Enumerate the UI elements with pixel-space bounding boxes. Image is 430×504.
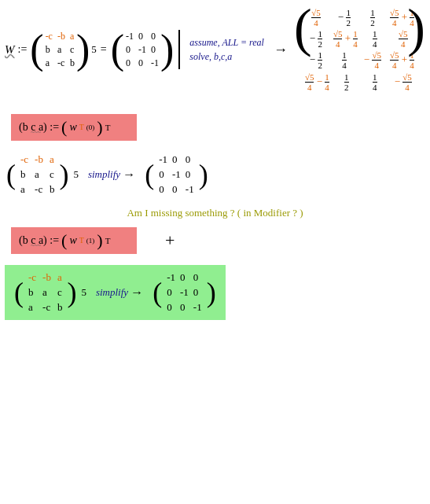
power-5: 5 [91,43,97,56]
r-0-0: -1 [126,31,134,42]
top-section: W := ( -c -b a b a c a -c b ) 5 = ( -1 0… [0,0,430,94]
s1-0-1: -b [35,153,43,166]
s2-2-2: b [57,301,63,314]
result-big-paren-right: ) [407,6,425,49]
simplify-section-1: ( -c -b a b a c a -c b ) 5 simplify → ( … [0,149,430,200]
s2-paren-l: ( [14,280,24,305]
s2-simplify-block: simplify → [96,285,143,300]
rr2-c2: √54 + 14 [333,29,358,49]
s2-r-0-0: -1 [167,271,175,284]
r-2-0: 0 [126,57,134,69]
s1-paren-l: ( [6,162,16,187]
s1-matrix: -c -b a b a c a -c b [20,153,54,196]
s1-r-0-2: 0 [186,153,194,166]
pink-section-1: (b c ~~~ a) := ( w T (0) ) T [0,106,430,145]
s2-result: -1 0 0 0 -1 0 0 0 -1 [167,271,202,314]
result-matrix: ( √54 − 12 12 √54 + 14 − 12 √54 + 14 14 … [296,6,414,94]
s2-arrow: → [130,285,143,300]
cell-0-1: -b [57,31,65,42]
s2-r-2-1: 0 [180,301,189,314]
matrix-paren-right: ) [76,32,90,67]
pink-label-1: (b c ~~~ a) := [19,121,59,134]
s2-r-1-2: 0 [193,286,202,299]
wt-w-1: w [69,121,76,134]
r-2-2: -1 [151,57,159,69]
rr4-c3: 14 [364,72,386,92]
rr3-c3: − √54 [362,50,384,70]
wt-paren-right-2: ) [97,232,102,249]
assign-symbol: := [18,43,28,56]
rr3-c2: 14 [333,50,355,70]
simplify-section-2: ( -c -b a b a c a -c b ) 5 simplify → ( … [5,265,226,320]
lhs-expression: W := ( -c -b a b a c a -c b ) 5 = ( -1 0… [5,31,174,69]
rr1-c3: 12 [362,8,384,28]
s2-res-paren-r: ) [207,280,216,305]
s2-r-2-0: 0 [167,301,175,314]
s1-2-2: b [50,183,55,196]
result-row-2: − 12 √54 + 14 14 √54 [305,29,414,49]
top-arrow: → [274,42,288,58]
r-2-1: 0 [138,57,146,69]
s2-r-0-2: 0 [193,271,202,284]
result-row-4: √54 − 14 12 14 − √54 [305,72,414,92]
cell-0-2: a [70,31,75,42]
r-1-1: -1 [138,44,146,56]
cell-0-0: -c [46,31,53,42]
rhs-paren-left: ( [111,32,124,67]
yellow-message: Am I missing something ? ( in Modifier ?… [0,207,430,219]
s1-r-1-2: 0 [186,168,194,181]
s2-1-1: a [42,286,51,299]
r-1-0: 0 [126,44,134,56]
pink-label-2: (b c ~~~ a) := [19,234,59,247]
s1-r-1-1: -1 [172,168,181,181]
matrix-paren-left: ( [30,32,43,67]
rr2-c3: 14 [364,29,386,49]
s1-2-0: a [20,183,28,196]
s2-r-0-1: 0 [180,271,189,284]
s1-r-1-0: 0 [159,168,167,181]
s2-0-0: -c [28,271,36,284]
w-label: W [5,43,15,57]
tilde-under-c2: ~~~ [31,242,35,249]
s2-simplify-word: simplify [96,286,128,299]
s2-1-0: b [28,286,36,299]
r-0-2: 0 [151,31,159,42]
cell-1-0: b [46,44,53,56]
separator-bar [178,30,180,69]
result-row-3: − 12 14 − √54 √54 + 14 [305,50,414,70]
s1-1-1: a [35,168,43,181]
wt-T-2: T [79,236,84,245]
s1-r-2-1: 0 [172,183,181,196]
s1-r-0-0: -1 [159,153,167,166]
s1-r-2-0: 0 [159,183,167,196]
s2-r-1-0: 0 [167,286,175,299]
equals-sign: = [101,43,107,56]
s1-simplify-word: simplify [88,168,120,181]
s1-1-0: b [20,168,28,181]
s2-2-1: -c [42,301,51,314]
s2-r-1-1: -1 [180,286,189,299]
s1-0-0: -c [20,153,28,166]
s2-0-2: a [57,271,63,284]
rr4-c4: − √54 [392,72,414,92]
wt-zero-1: (0) [86,123,95,131]
s1-0-2: a [50,153,55,166]
plus-sign: + [165,230,175,251]
rr4-c2: 12 [336,72,358,92]
s2-r-2-2: -1 [193,301,202,314]
pink-box-1: (b c ~~~ a) := ( w T (0) ) T [11,114,137,141]
s2-power: 5 [81,286,86,299]
tilde-under-c: ~~~ [31,129,35,136]
s1-res-paren-r: ) [199,162,208,187]
s1-paren-r: ) [59,162,68,187]
assume-block: assume, ALL = real solve, b,c,a [189,35,264,64]
wt-T-1: T [79,123,84,131]
cell-2-1: -c [57,57,65,69]
wt-one-2: (1) [86,237,95,245]
s1-r-2-2: -1 [186,183,194,196]
s2-paren-r: ) [67,280,76,305]
s2-res-paren-l: ( [153,280,162,305]
s2-1-2: c [57,286,63,299]
assume-label: assume, ALL = real [189,35,264,50]
s1-res-paren-l: ( [145,162,154,187]
